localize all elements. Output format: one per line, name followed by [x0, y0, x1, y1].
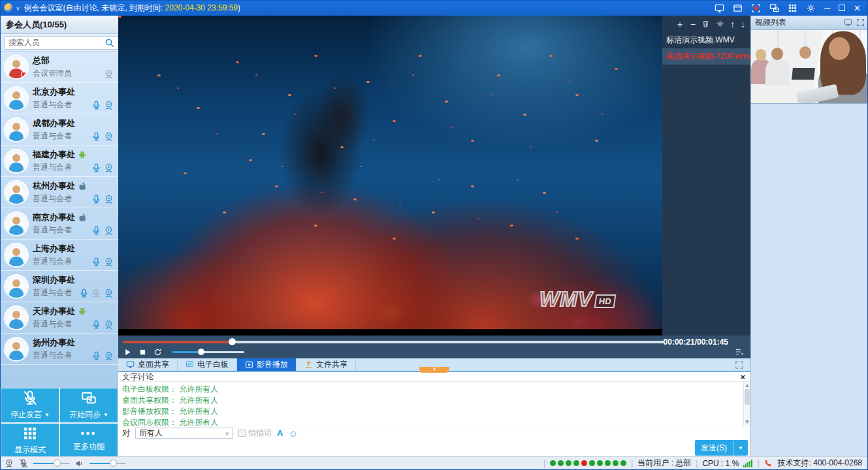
- more-features-button[interactable]: ••• 更多功能: [60, 424, 118, 458]
- webcam-idle-icon[interactable]: [91, 289, 101, 298]
- playlist-move-up-icon[interactable]: ↑: [730, 20, 735, 28]
- connection-dot: [550, 460, 556, 466]
- recipient-select[interactable]: 所有人∨: [135, 428, 233, 439]
- chat-panel: ∨ 文字讨论 × 电子白板权限： 允许所有人 桌面共享权限： 允许所有人 影音播…: [118, 371, 750, 458]
- participants-header: 参会人员(10/55): [1, 16, 118, 34]
- volume-handle[interactable]: [198, 349, 204, 355]
- mic-icon[interactable]: [91, 132, 101, 142]
- close-button[interactable]: ✕: [854, 4, 861, 12]
- scroll-thumb[interactable]: [745, 389, 750, 405]
- webcam-icon[interactable]: [104, 351, 114, 361]
- mic-icon[interactable]: [91, 320, 101, 330]
- stop-speaking-button[interactable]: 停止发言▼: [1, 388, 59, 422]
- network-share-icon[interactable]: [769, 3, 779, 13]
- webcam-icon[interactable]: [104, 163, 114, 173]
- chat-header: 文字讨论 ×: [118, 372, 750, 382]
- settings-gear-icon[interactable]: [806, 3, 816, 13]
- video-monitor-icon[interactable]: [844, 18, 852, 27]
- webcam-icon[interactable]: [104, 101, 114, 110]
- maximize-button[interactable]: [839, 4, 845, 12]
- dropdown-caret-icon[interactable]: ▼: [103, 412, 108, 418]
- playlist-delete-icon[interactable]: [701, 20, 710, 28]
- search-input[interactable]: [5, 36, 119, 50]
- playlist-settings-icon[interactable]: [716, 20, 724, 28]
- video-thumbnail-3[interactable]: [751, 30, 868, 104]
- search-icon[interactable]: [104, 38, 114, 48]
- webcam-icon[interactable]: [104, 195, 114, 204]
- tab-media-playback[interactable]: 影音播放: [237, 358, 297, 371]
- mic-muted-status-icon[interactable]: [19, 459, 28, 468]
- grid-layout-icon: [22, 426, 38, 441]
- emoji-button[interactable]: ☺: [288, 429, 297, 438]
- speaker-volume-slider[interactable]: [89, 463, 126, 464]
- video-content: WMV HD: [118, 16, 662, 336]
- record-icon[interactable]: [751, 3, 761, 13]
- seek-handle[interactable]: [229, 338, 236, 345]
- mic-icon[interactable]: [79, 289, 89, 298]
- playlist-toggle-icon[interactable]: [735, 347, 744, 356]
- repeat-button[interactable]: [153, 348, 162, 356]
- window-mode-icon[interactable]: [733, 3, 743, 13]
- tab-desktop-share[interactable]: 桌面共享: [118, 358, 178, 371]
- volume-slider[interactable]: [172, 351, 244, 353]
- participant-row[interactable]: 天津办事处 普通与会者: [1, 302, 118, 334]
- seek-bar[interactable]: [123, 341, 664, 343]
- webcam-idle-icon[interactable]: [104, 69, 114, 79]
- tab-whiteboard[interactable]: 电子白板: [178, 358, 237, 371]
- playlist-item-selected[interactable]: 高清演示视频-720P.wmv 删除: [662, 48, 750, 65]
- participant-row[interactable]: 上海办事处 普通与会者: [1, 240, 118, 271]
- chat-collapse-handle[interactable]: ∨: [419, 367, 449, 373]
- play-button[interactable]: [123, 348, 132, 356]
- tab-file-share[interactable]: 文件共享: [297, 358, 356, 371]
- start-sync-button[interactable]: 开始同步▼: [60, 388, 118, 422]
- scroll-down-icon[interactable]: [745, 420, 749, 424]
- sync-screens-icon: [81, 390, 97, 406]
- participant-row[interactable]: 总部 会议管理员: [1, 52, 118, 83]
- playlist-item[interactable]: 标清演示视频.WMV: [662, 32, 750, 48]
- mic-volume-slider[interactable]: [33, 463, 70, 464]
- minimize-button[interactable]: ─: [824, 4, 830, 12]
- participant-row[interactable]: 南京办事处 普通与会者: [1, 208, 118, 240]
- playlist-remove-icon[interactable]: −: [690, 20, 696, 28]
- whisper-checkbox[interactable]: [238, 430, 246, 437]
- send-button[interactable]: 发送(S) ▼: [695, 440, 748, 456]
- send-dropdown-icon[interactable]: ▼: [733, 445, 748, 451]
- webcam-icon[interactable]: [104, 289, 114, 298]
- stop-button[interactable]: [138, 348, 147, 356]
- scroll-up-icon[interactable]: [745, 384, 749, 387]
- chat-close-icon[interactable]: ×: [740, 372, 745, 382]
- webcam-icon[interactable]: [104, 226, 114, 236]
- mic-icon[interactable]: [91, 195, 101, 204]
- participant-row[interactable]: 深圳办事处 普通与会者: [1, 271, 118, 302]
- participant-row[interactable]: 福建办事处 普通与会者: [1, 146, 118, 177]
- display-mode-button[interactable]: 显示模式: [1, 424, 59, 458]
- participant-row[interactable]: 北京办事处 普通与会者: [1, 83, 118, 114]
- mic-icon[interactable]: [91, 101, 101, 110]
- mic-icon[interactable]: [91, 257, 101, 267]
- webcam-status-icon[interactable]: [5, 459, 14, 468]
- panel-expand-icon[interactable]: [856, 18, 865, 27]
- participant-row[interactable]: 扬州办事处 普通与会者: [1, 334, 118, 365]
- mic-icon[interactable]: [91, 351, 101, 361]
- participant-row[interactable]: 杭州办事处 普通与会者: [1, 177, 118, 208]
- dropdown-caret-icon[interactable]: ▼: [44, 412, 50, 418]
- screen-share-icon[interactable]: [715, 3, 724, 13]
- playlist-add-icon[interactable]: ＋: [675, 20, 684, 28]
- fullscreen-icon[interactable]: [735, 360, 744, 369]
- participant-row[interactable]: 成都办事处 普通与会者: [1, 114, 118, 146]
- font-style-button[interactable]: A: [277, 428, 283, 438]
- chat-scrollbar[interactable]: [743, 382, 750, 426]
- webcam-icon[interactable]: [104, 257, 114, 267]
- whisper-option[interactable]: 悄悄话: [238, 428, 272, 439]
- webcam-icon[interactable]: [104, 132, 114, 142]
- chat-input-area[interactable]: 发送(S) ▼: [118, 440, 750, 458]
- speaker-icon[interactable]: [75, 459, 84, 468]
- mic-icon[interactable]: [91, 163, 101, 173]
- layout-grid-icon[interactable]: [788, 3, 797, 13]
- webcam-icon[interactable]: [104, 320, 114, 330]
- android-icon: [78, 307, 87, 316]
- playlist-move-down-icon[interactable]: ↓: [741, 20, 745, 28]
- logo-dropdown-icon[interactable]: ∨: [16, 5, 20, 12]
- mic-icon[interactable]: [91, 226, 101, 236]
- avatar: [5, 87, 27, 110]
